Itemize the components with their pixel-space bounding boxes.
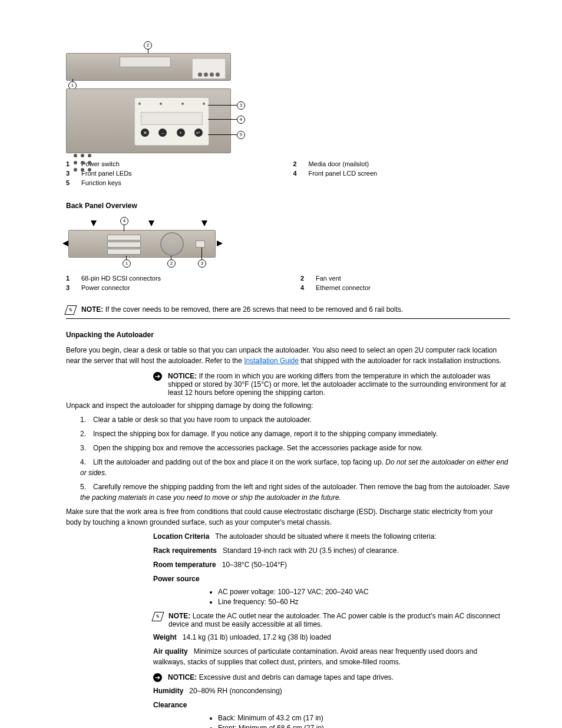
callout-3: 3	[237, 101, 245, 110]
note-cover-screws: ✎ NOTE: If the cover needs to be removed…	[66, 305, 510, 315]
esd-paragraph: Make sure that the work area is free fro…	[66, 506, 510, 528]
note-icon: ✎	[151, 612, 164, 621]
notice-icon: ➔	[153, 673, 162, 682]
notice-dust: ➔ NOTICE: Excessive dust and debris can …	[153, 673, 510, 682]
back-panel-heading: Back Panel Overview	[66, 200, 510, 211]
note-ac-outlet: ✎ NOTE: Locate the AC outlet near the au…	[153, 612, 510, 628]
notice-icon: ➔	[153, 372, 162, 381]
step-1: 1.Clear a table or desk so that you have…	[80, 414, 510, 425]
unpack-paragraph-1: Before you begin, clear a desk or table …	[66, 345, 510, 366]
step-2: 2.Inspect the shipping box for damage. I…	[80, 429, 510, 439]
front-panel-legend: 1Power switch 2Media door (mailslot) 3Fr…	[66, 160, 510, 186]
divider	[66, 318, 510, 319]
callout-5: 5	[237, 131, 245, 139]
note-icon: ✎	[64, 305, 77, 315]
callout-2: 2	[144, 41, 152, 50]
callout-4: 4	[237, 116, 245, 124]
front-panel-figure: 2 1 ✕–+↵ 3 4 5	[66, 41, 231, 153]
back-panel-legend: 168-pin HD SCSI connectors 2Fan vent 3Po…	[66, 275, 510, 291]
unpack-paragraph-2: Unpack and inspect the autoloader for sh…	[66, 400, 510, 411]
notice-temp: ➔ NOTICE: If the room in which you are w…	[153, 372, 510, 397]
step-5: 5.Carefully remove the shipping padding …	[80, 482, 510, 503]
unpacking-heading: Unpacking the Autoloader	[66, 330, 510, 340]
back-panel-figure: 4 1 2 3	[66, 215, 219, 268]
location-criteria-block: Location Criteria The autoloader should …	[153, 531, 510, 728]
step-4: 4.Lift the autoloader and padding out of…	[80, 457, 510, 478]
installation-guide-link[interactable]: Installation Guide	[244, 357, 299, 365]
step-3: 3.Open the shipping box and remove the a…	[80, 443, 510, 453]
